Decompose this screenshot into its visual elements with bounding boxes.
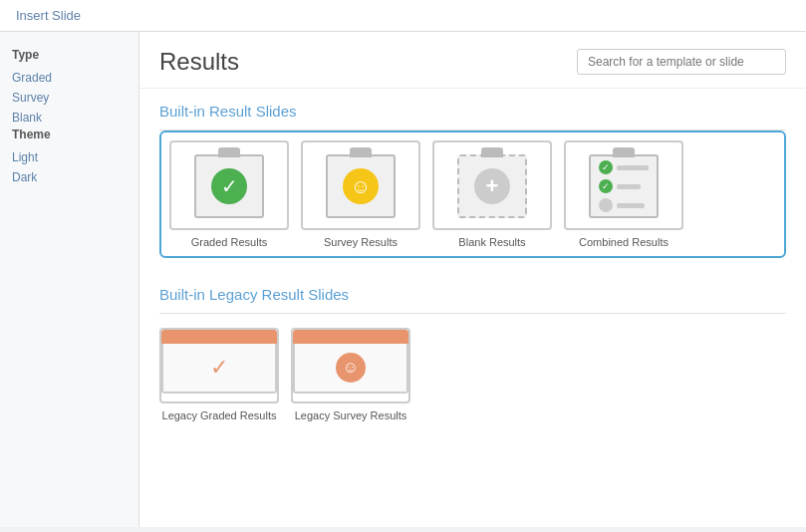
legacy-board-graded: ✓ bbox=[161, 344, 277, 394]
sidebar-item-graded[interactable]: Graded bbox=[12, 68, 127, 88]
sidebar-theme-section: Theme Light Dark bbox=[12, 128, 127, 187]
slide-thumbnail-blank: + bbox=[432, 140, 552, 230]
legacy-top-graded bbox=[161, 330, 277, 344]
slide-card-blank[interactable]: + Blank Results bbox=[432, 140, 552, 248]
green-check-icon: ✓ bbox=[211, 168, 247, 204]
combined-bar-3 bbox=[617, 203, 645, 208]
slide-card-combined[interactable]: ✓ ✓ bbox=[564, 140, 683, 248]
clipboard-board-blank: + bbox=[457, 154, 527, 218]
slide-label-legacy-survey: Legacy Survey Results bbox=[295, 409, 407, 421]
sidebar-item-blank[interactable]: Blank bbox=[12, 108, 127, 128]
legacy-check-icon: ✓ bbox=[210, 355, 228, 381]
legacy-thumbnail-survey: ☺ bbox=[291, 328, 410, 403]
search-input[interactable] bbox=[577, 49, 786, 75]
clipboard-top-survey bbox=[350, 147, 372, 157]
slide-label-survey: Survey Results bbox=[324, 236, 398, 248]
slide-card-legacy-graded[interactable]: ✓ Legacy Graded Results bbox=[159, 328, 279, 421]
legacy-top-survey bbox=[293, 330, 408, 344]
yellow-smile-icon: ☺ bbox=[343, 168, 379, 204]
sidebar: Type Graded Survey Blank Theme Light Dar… bbox=[0, 32, 139, 527]
builtin-slides-group: ✓ Graded Results ☺ Survey Results bbox=[159, 131, 786, 258]
slide-thumbnail-survey: ☺ bbox=[301, 140, 420, 230]
sidebar-item-dark[interactable]: Dark bbox=[12, 167, 127, 187]
builtin-section-label: Built-in Result Slides bbox=[139, 89, 806, 130]
sidebar-type-section: Type Graded Survey Blank bbox=[12, 48, 127, 128]
small-check-3 bbox=[599, 198, 613, 212]
gray-plus-icon: + bbox=[474, 168, 510, 204]
legacy-slides-grid: ✓ Legacy Graded Results ☺ Legacy Survey … bbox=[139, 314, 806, 435]
sidebar-type-title: Type bbox=[12, 48, 127, 62]
combined-line-1: ✓ bbox=[599, 160, 649, 174]
top-bar-label: Insert Slide bbox=[16, 8, 81, 23]
combined-line-3 bbox=[599, 198, 645, 212]
small-check-2: ✓ bbox=[599, 179, 613, 193]
content-header: Results bbox=[139, 32, 806, 89]
slide-card-graded[interactable]: ✓ Graded Results bbox=[169, 140, 289, 248]
clipboard-board-survey: ☺ bbox=[326, 154, 396, 218]
slide-card-legacy-survey[interactable]: ☺ Legacy Survey Results bbox=[291, 328, 410, 421]
page-title: Results bbox=[159, 48, 239, 76]
slide-label-combined: Combined Results bbox=[579, 236, 669, 248]
slide-label-legacy-graded: Legacy Graded Results bbox=[162, 409, 277, 421]
clipboard-top-combined bbox=[613, 147, 635, 157]
content-area: Results Built-in Result Slides ✓ Graded … bbox=[139, 32, 806, 527]
legacy-board-survey: ☺ bbox=[293, 344, 408, 394]
slide-label-graded: Graded Results bbox=[191, 236, 267, 248]
combined-icon: ✓ ✓ bbox=[591, 156, 657, 216]
combined-bar-2 bbox=[617, 184, 641, 189]
clipboard-top-blank bbox=[481, 147, 503, 157]
slide-thumbnail-graded: ✓ bbox=[169, 140, 289, 230]
legacy-section-label: Built-in Legacy Result Slides bbox=[139, 272, 806, 313]
sidebar-item-light[interactable]: Light bbox=[12, 147, 127, 167]
combined-bar-1 bbox=[617, 165, 649, 170]
sidebar-item-survey[interactable]: Survey bbox=[12, 88, 127, 108]
top-bar: Insert Slide bbox=[0, 0, 806, 32]
sidebar-theme-title: Theme bbox=[12, 128, 127, 141]
legacy-smile-icon: ☺ bbox=[336, 353, 366, 383]
clipboard-board-graded: ✓ bbox=[194, 154, 264, 218]
slide-thumbnail-combined: ✓ ✓ bbox=[564, 140, 683, 230]
slide-card-survey[interactable]: ☺ Survey Results bbox=[301, 140, 420, 248]
legacy-thumbnail-graded: ✓ bbox=[159, 328, 279, 403]
clipboard-top-graded bbox=[218, 147, 240, 157]
slide-label-blank: Blank Results bbox=[458, 236, 525, 248]
small-check-1: ✓ bbox=[599, 160, 613, 174]
clipboard-board-combined: ✓ ✓ bbox=[589, 154, 659, 218]
combined-line-2: ✓ bbox=[599, 179, 641, 193]
